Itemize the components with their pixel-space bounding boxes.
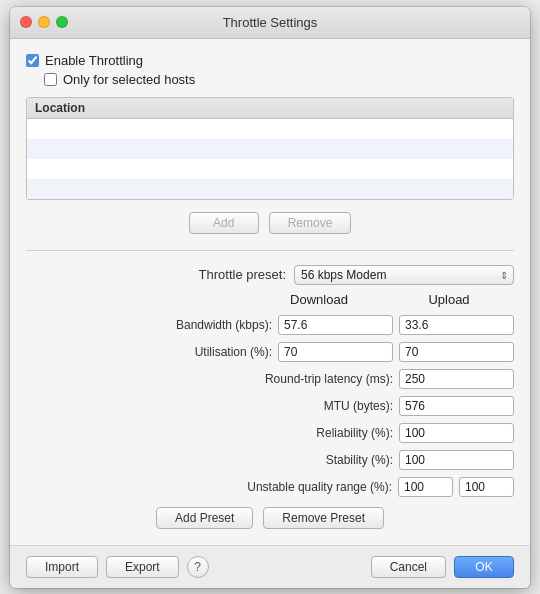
unstable-quality-input2[interactable]	[459, 477, 514, 497]
enable-throttling-checkbox[interactable]	[26, 54, 39, 67]
reliability-label: Reliability (%):	[233, 426, 393, 440]
table-buttons-row: Add Remove	[26, 212, 514, 234]
traffic-lights	[20, 16, 68, 28]
utilisation-label: Utilisation (%):	[112, 345, 272, 359]
throttle-form: Throttle preset: 56 kbps Modem 256 kbps …	[26, 261, 514, 533]
only-selected-hosts-row: Only for selected hosts	[44, 72, 514, 87]
latency-row: Round-trip latency (ms):	[26, 369, 514, 389]
footer-left: Import Export ?	[26, 556, 209, 578]
table-row	[27, 179, 513, 199]
throttle-preset-select[interactable]: 56 kbps Modem 256 kbps DSL 512 kbps DSL …	[294, 265, 514, 285]
titlebar: Throttle Settings	[10, 7, 530, 39]
bandwidth-row: Bandwidth (kbps):	[26, 315, 514, 335]
add-location-button[interactable]: Add	[189, 212, 259, 234]
footer-right: Cancel OK	[371, 556, 514, 578]
stability-input[interactable]	[399, 450, 514, 470]
maximize-button[interactable]	[56, 16, 68, 28]
bandwidth-upload-input[interactable]	[399, 315, 514, 335]
latency-input[interactable]	[399, 369, 514, 389]
minimize-button[interactable]	[38, 16, 50, 28]
table-body	[27, 119, 513, 199]
window-title: Throttle Settings	[223, 15, 318, 30]
table-row	[27, 159, 513, 179]
bandwidth-download-input[interactable]	[278, 315, 393, 335]
table-row	[27, 139, 513, 159]
location-table: Location	[26, 97, 514, 200]
upload-header: Upload	[384, 292, 514, 307]
throttle-settings-window: Throttle Settings Enable Throttling Only…	[10, 7, 530, 588]
table-row	[27, 119, 513, 139]
unstable-quality-inputs	[398, 477, 514, 497]
utilisation-row: Utilisation (%):	[26, 342, 514, 362]
unstable-quality-row: Unstable quality range (%):	[26, 477, 514, 497]
throttle-preset-label: Throttle preset:	[199, 267, 286, 282]
only-selected-hosts-checkbox[interactable]	[44, 73, 57, 86]
utilisation-download-input[interactable]	[278, 342, 393, 362]
reliability-row: Reliability (%):	[26, 423, 514, 443]
unstable-quality-input1[interactable]	[398, 477, 453, 497]
remove-preset-button[interactable]: Remove Preset	[263, 507, 384, 529]
close-button[interactable]	[20, 16, 32, 28]
add-preset-button[interactable]: Add Preset	[156, 507, 253, 529]
footer: Import Export ? Cancel OK	[10, 545, 530, 588]
stability-row: Stability (%):	[26, 450, 514, 470]
bandwidth-label: Bandwidth (kbps):	[112, 318, 272, 332]
unstable-quality-label: Unstable quality range (%):	[232, 480, 392, 494]
mtu-input[interactable]	[399, 396, 514, 416]
preset-buttons-row: Add Preset Remove Preset	[26, 507, 514, 529]
cancel-button[interactable]: Cancel	[371, 556, 446, 578]
dl-ul-headers: Download Upload	[26, 292, 514, 307]
divider	[26, 250, 514, 251]
help-button[interactable]: ?	[187, 556, 209, 578]
utilisation-upload-input[interactable]	[399, 342, 514, 362]
stability-label: Stability (%):	[233, 453, 393, 467]
download-header: Download	[254, 292, 384, 307]
export-button[interactable]: Export	[106, 556, 179, 578]
ok-button[interactable]: OK	[454, 556, 514, 578]
latency-label: Round-trip latency (ms):	[233, 372, 393, 386]
preset-row: Throttle preset: 56 kbps Modem 256 kbps …	[26, 265, 514, 285]
location-column-header: Location	[27, 98, 513, 119]
import-button[interactable]: Import	[26, 556, 98, 578]
mtu-row: MTU (bytes):	[26, 396, 514, 416]
enable-throttling-label[interactable]: Enable Throttling	[45, 53, 143, 68]
only-selected-hosts-label[interactable]: Only for selected hosts	[63, 72, 195, 87]
enable-throttling-row: Enable Throttling	[26, 53, 514, 68]
reliability-input[interactable]	[399, 423, 514, 443]
throttle-preset-select-wrapper: 56 kbps Modem 256 kbps DSL 512 kbps DSL …	[294, 265, 514, 285]
remove-location-button[interactable]: Remove	[269, 212, 352, 234]
main-content: Enable Throttling Only for selected host…	[10, 39, 530, 545]
mtu-label: MTU (bytes):	[233, 399, 393, 413]
